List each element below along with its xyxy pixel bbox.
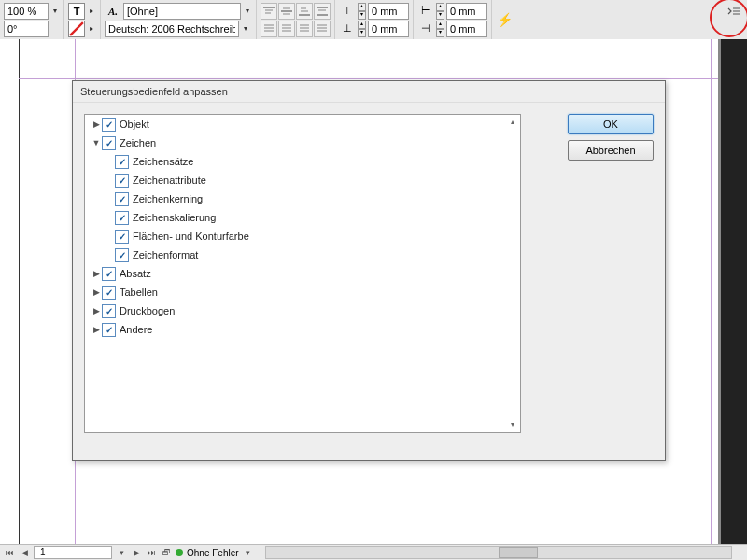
inset-left-icon: ⊢	[417, 3, 434, 20]
rotate-input[interactable]	[4, 21, 49, 37]
zoom-input[interactable]	[4, 3, 49, 20]
inset-group-1: ⊤ ▴▾ ⊥ ▴▾	[335, 0, 414, 39]
checkbox-checked-icon[interactable]: ✓	[102, 118, 116, 132]
quick-apply-group: ⚡	[492, 0, 516, 39]
inset-bottom-icon: ⊥	[339, 21, 356, 37]
first-page-icon[interactable]: ⏮	[4, 548, 15, 557]
checkbox-checked-icon[interactable]: ✓	[102, 136, 116, 150]
checkbox-checked-icon[interactable]: ✓	[115, 192, 129, 206]
tree-node-absatz[interactable]: ▶ ✓ Absatz	[85, 264, 520, 283]
margin-guide-top	[19, 78, 738, 79]
page-dropdown-icon[interactable]: ▾	[116, 548, 127, 557]
tree-scroll-up-icon[interactable]: ▴	[508, 118, 517, 127]
language-select[interactable]	[105, 21, 239, 37]
tree-node-zeichenformat[interactable]: ✓ Zeichenformat	[85, 245, 520, 264]
checkbox-checked-icon[interactable]: ✓	[102, 286, 116, 300]
align2-button[interactable]	[261, 21, 277, 37]
open-panel-icon[interactable]: 🗗	[161, 548, 172, 557]
inset-top-spinner[interactable]: ▴▾	[358, 3, 366, 20]
expand-arrow-icon[interactable]: ▶	[91, 306, 102, 315]
inset-bottom-spinner[interactable]: ▴▾	[358, 21, 366, 37]
align-justify-button[interactable]	[314, 3, 331, 20]
checkbox-checked-icon[interactable]: ✓	[102, 304, 116, 318]
inset-right-input[interactable]	[446, 21, 487, 37]
tree-label: Druckbogen	[120, 305, 175, 316]
control-panel-toolbar: ▾ T ▸ ▸ A. ▾ ▾	[0, 0, 747, 40]
tree-label: Zeichenkerning	[133, 193, 203, 204]
char-format-icon: A.	[105, 3, 121, 20]
tree-label: Tabellen	[120, 287, 158, 298]
page-edge	[19, 39, 20, 545]
expand-arrow-icon[interactable]: ▶	[91, 287, 102, 297]
expand-arrow-icon[interactable]: ▶	[91, 119, 102, 129]
char-style-select[interactable]	[123, 3, 241, 20]
align5-button[interactable]	[314, 21, 331, 37]
tree-node-zeichenattribute[interactable]: ✓ Zeichenattribute	[85, 171, 520, 189]
tree-node-druckbogen[interactable]: ▶ ✓ Druckbogen	[85, 301, 520, 320]
tree-label: Absatz	[120, 268, 151, 279]
scrollbar-thumb[interactable]	[499, 547, 538, 558]
preflight-ok-icon	[176, 549, 183, 556]
collapse-arrow-icon[interactable]: ▼	[91, 138, 102, 147]
tree-label: Zeichenskalierung	[133, 212, 216, 223]
expand-arrow-icon[interactable]: ▶	[91, 325, 102, 334]
tree-label: Zeichenattribute	[133, 175, 206, 186]
inset-left-input[interactable]	[446, 3, 487, 20]
tree-scroll-down-icon[interactable]: ▾	[508, 420, 517, 429]
align4-button[interactable]	[296, 21, 313, 37]
type-tool-icon[interactable]: T	[68, 3, 85, 20]
svg-line-0	[70, 22, 83, 35]
inset-left-spinner[interactable]: ▴▾	[436, 3, 444, 20]
type-tool-arrow-icon[interactable]: ▸	[87, 5, 96, 18]
tree-node-tabellen[interactable]: ▶ ✓ Tabellen	[85, 283, 520, 301]
zoom-dropdown-icon[interactable]: ▾	[50, 5, 60, 18]
inset-top-icon: ⊤	[339, 3, 356, 20]
panel-flyout-menu-button[interactable]	[726, 6, 741, 19]
prev-page-icon[interactable]: ◀	[19, 548, 30, 557]
char-style-group: A. ▾ ▾	[101, 0, 257, 39]
checkbox-checked-icon[interactable]: ✓	[102, 267, 116, 281]
language-dropdown-icon[interactable]: ▾	[241, 22, 250, 35]
options-tree[interactable]: ▴ ▶ ✓ Objekt ▼ ✓ Zeichen ✓ Zeichensätze	[84, 114, 521, 433]
expand-arrow-icon[interactable]: ▶	[91, 269, 102, 278]
align-middle-button[interactable]	[278, 3, 295, 20]
inset-right-spinner[interactable]: ▴▾	[436, 21, 444, 37]
last-page-icon[interactable]: ⏭	[146, 548, 157, 557]
tree-node-zeichen[interactable]: ▼ ✓ Zeichen	[85, 133, 520, 152]
checkbox-checked-icon[interactable]: ✓	[115, 211, 129, 225]
tree-node-objekt[interactable]: ▶ ✓ Objekt	[85, 115, 520, 133]
margin-guide-right	[711, 39, 712, 545]
page-number-input[interactable]: 1	[34, 546, 112, 559]
fill-arrow-icon[interactable]: ▸	[87, 22, 96, 35]
tree-node-flaechen[interactable]: ✓ Flächen- und Konturfarbe	[85, 227, 520, 245]
next-page-icon[interactable]: ▶	[131, 548, 142, 557]
tree-node-zeichensaetze[interactable]: ✓ Zeichensätze	[85, 152, 520, 171]
char-style-dropdown-icon[interactable]: ▾	[243, 5, 252, 18]
zoom-rotate-group: ▾	[0, 0, 64, 39]
dialog-title: Steuerungsbedienfeld anpassen	[73, 81, 665, 103]
inset-bottom-input[interactable]	[368, 21, 409, 37]
tree-label: Andere	[120, 324, 152, 335]
ok-button[interactable]: OK	[568, 114, 654, 134]
checkbox-checked-icon[interactable]: ✓	[115, 248, 129, 262]
tree-label: Zeichensätze	[133, 156, 193, 167]
tree-node-zeichenskalierung[interactable]: ✓ Zeichenskalierung	[85, 208, 520, 227]
align-bottom-button[interactable]	[296, 3, 313, 20]
cancel-button[interactable]: Abbrechen	[568, 140, 654, 161]
checkbox-checked-icon[interactable]: ✓	[115, 174, 129, 188]
preflight-status-text[interactable]: Ohne Fehler	[187, 548, 239, 558]
quick-apply-icon[interactable]: ⚡	[496, 11, 513, 28]
inset-top-input[interactable]	[368, 3, 409, 20]
checkbox-checked-icon[interactable]: ✓	[115, 230, 129, 244]
tree-node-andere[interactable]: ▶ ✓ Andere	[85, 320, 520, 339]
preflight-dropdown-icon[interactable]: ▾	[243, 548, 254, 557]
checkbox-checked-icon[interactable]: ✓	[102, 323, 116, 337]
tree-label: Zeichen	[120, 137, 156, 148]
type-fill-group: T ▸ ▸	[64, 0, 101, 39]
checkbox-checked-icon[interactable]: ✓	[115, 155, 129, 169]
horizontal-scrollbar[interactable]	[265, 546, 732, 559]
align-top-button[interactable]	[261, 3, 277, 20]
tree-node-zeichenkerning[interactable]: ✓ Zeichenkerning	[85, 189, 520, 208]
align3-button[interactable]	[278, 21, 295, 37]
fill-none-icon[interactable]	[68, 21, 85, 37]
